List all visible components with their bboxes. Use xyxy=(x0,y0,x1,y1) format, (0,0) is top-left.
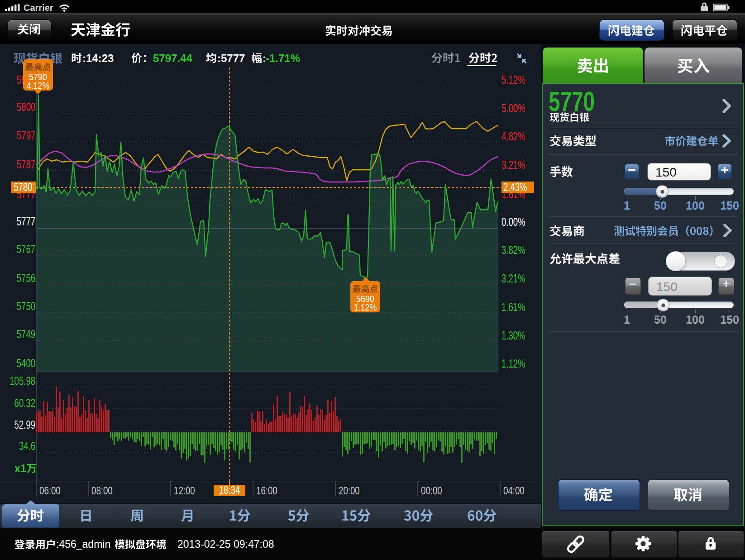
svg-text:08:00: 08:00 xyxy=(91,485,113,497)
svg-text:3.21%: 3.21% xyxy=(501,158,525,171)
svg-text:52.99: 52.99 xyxy=(14,418,35,431)
svg-text:0.00%: 0.00% xyxy=(501,215,525,228)
svg-text:5800: 5800 xyxy=(17,101,35,113)
svg-text:5777: 5777 xyxy=(17,215,35,228)
svg-text:16:00: 16:00 xyxy=(256,485,277,497)
svg-text:1.30%: 1.30% xyxy=(501,329,525,342)
svg-text::5777: :5777 xyxy=(217,52,245,64)
svg-text:5797.44: 5797.44 xyxy=(153,52,192,64)
svg-text:5787: 5787 xyxy=(17,158,35,171)
svg-text:5.12%: 5.12% xyxy=(501,73,525,86)
svg-text:-1.71%: -1.71% xyxy=(266,52,300,64)
svg-text:1.12%: 1.12% xyxy=(354,302,377,312)
svg-text:5780: 5780 xyxy=(14,181,32,193)
svg-text:06:00: 06:00 xyxy=(39,485,61,497)
svg-text:5756: 5756 xyxy=(17,272,35,284)
svg-text:3.82%: 3.82% xyxy=(501,244,525,256)
svg-text:18:34: 18:34 xyxy=(219,484,240,496)
svg-text:4.12%: 4.12% xyxy=(27,81,50,91)
svg-text:00:00: 00:00 xyxy=(421,485,442,497)
svg-text:1.12%: 1.12% xyxy=(501,357,525,370)
svg-text:60.32: 60.32 xyxy=(14,397,35,409)
svg-text:Carrier: Carrier xyxy=(24,3,53,13)
svg-text:5767: 5767 xyxy=(17,243,35,255)
svg-text:5749: 5749 xyxy=(17,328,35,340)
svg-text:105.98: 105.98 xyxy=(10,374,35,387)
svg-text:34.6: 34.6 xyxy=(19,440,35,452)
svg-text:20:00: 20:00 xyxy=(339,485,360,497)
svg-text:3.21%: 3.21% xyxy=(501,272,525,285)
svg-text:5400: 5400 xyxy=(17,357,35,369)
svg-text:12:00: 12:00 xyxy=(174,485,195,497)
svg-text::14:23: :14:23 xyxy=(82,52,114,64)
svg-text:5.00%: 5.00% xyxy=(501,102,525,115)
svg-text:04:00: 04:00 xyxy=(503,485,525,497)
svg-text:2.43%: 2.43% xyxy=(503,181,527,193)
svg-text:1.61%: 1.61% xyxy=(501,301,525,313)
svg-text:5797: 5797 xyxy=(17,129,35,142)
svg-text:4.82%: 4.82% xyxy=(501,130,525,143)
svg-text:5750: 5750 xyxy=(17,300,35,312)
